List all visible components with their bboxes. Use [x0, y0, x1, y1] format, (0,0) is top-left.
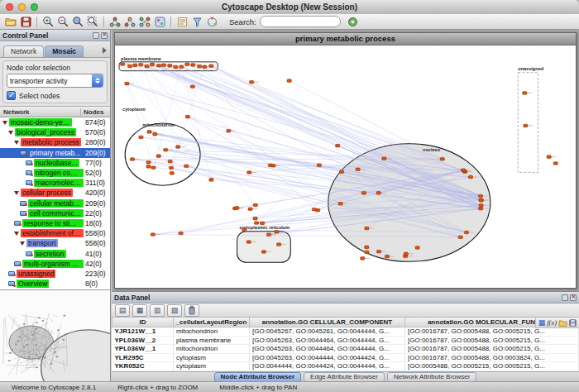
- filter-icon[interactable]: [189, 15, 204, 28]
- cell-go-mf[interactable]: [GO:0016787, GO:0005488, GO:0005215, G..…: [405, 336, 579, 345]
- tree-node-icon[interactable]: [14, 141, 19, 145]
- cell-id[interactable]: YDR039C__1: [112, 370, 174, 371]
- tree-row[interactable]: cellular metabo... 209(0): [0, 198, 110, 208]
- new-attribute-icon[interactable]: ▥: [150, 304, 165, 317]
- cell-region[interactable]: cytoplasm: [174, 362, 250, 371]
- tree-row[interactable]: nucleobase... 77(0): [0, 158, 110, 168]
- table-row[interactable]: YLR295C cytoplasm [GO:0045263, GO:004444…: [112, 353, 579, 362]
- close-panel-icon[interactable]: [570, 294, 577, 301]
- tree-row[interactable]: establishment of lo... 558(0): [0, 228, 110, 238]
- tree-row[interactable]: secretion 41(0): [0, 248, 110, 258]
- tree-node-icon[interactable]: [2, 121, 7, 125]
- cell-id[interactable]: YPL036W__2: [112, 336, 174, 345]
- network-window-title[interactable]: primary metabolic process: [115, 33, 576, 45]
- trash-icon[interactable]: [184, 304, 199, 317]
- new-network-icon[interactable]: [108, 15, 122, 28]
- cell-region[interactable]: cytoplasm: [174, 353, 250, 362]
- cell-go-cc[interactable]: [GO:0045263, GO:0044464, GO:0044444, G..…: [250, 345, 405, 354]
- tree-node-icon[interactable]: [20, 211, 26, 216]
- cell-region[interactable]: mitochondrion: [174, 345, 250, 354]
- float-panel-icon[interactable]: [93, 32, 99, 39]
- cell-go-cc[interactable]: [GO:0044444, GO:0044424, GO:0044444, G..…: [250, 362, 405, 371]
- tree-row[interactable]: biological_process 570(0): [0, 127, 110, 137]
- tree-row[interactable]: cellular process 420(0): [0, 188, 110, 198]
- cell-id[interactable]: YLR295C: [112, 353, 174, 362]
- annotation-icon[interactable]: [175, 15, 189, 28]
- tree-row[interactable]: transport 558(0): [0, 238, 110, 248]
- tree-node-icon[interactable]: [26, 160, 32, 165]
- tree-row[interactable]: primary metab... 209(0): [0, 148, 110, 158]
- network-view[interactable]: plasma membranecytoplasmmitochondrionnuc…: [115, 45, 576, 288]
- tab-network[interactable]: Network: [3, 45, 44, 57]
- cell-go-cc[interactable]: [GO:0045267, GO:0045261, GO:0044444, G..…: [250, 327, 405, 337]
- zoom-fit-icon[interactable]: [85, 15, 100, 28]
- tree-node-icon[interactable]: [14, 261, 21, 266]
- tree-row[interactable]: response to stimulus 18(0): [0, 218, 110, 228]
- cell-go-cc[interactable]: [GO:0045263, GO:0044464, GO:0044444, G..…: [250, 336, 405, 345]
- tree-row[interactable]: multi-organism pro... 42(0): [0, 259, 110, 269]
- cell-id[interactable]: YJR121W__1: [112, 327, 174, 337]
- cell-region[interactable]: mitochondrion: [174, 327, 250, 337]
- formula-icon[interactable]: f(x): [547, 318, 557, 327]
- cell-go-mf[interactable]: [GO:0016787, GO:0005488, GO:0003824, G..…: [405, 353, 579, 362]
- search-input[interactable]: [260, 16, 341, 27]
- tree-row[interactable]: cell communica... 22(0): [0, 208, 110, 218]
- table-row[interactable]: YPL036W__1 mitochondrion [GO:0045263, GO…: [112, 345, 579, 354]
- col-header-go-cc[interactable]: annotation.GO CELLULAR_COMPONENT: [250, 318, 405, 327]
- node-color-select[interactable]: transporter activity: [7, 74, 103, 88]
- tree-row[interactable]: mosaic-demo-yeast 874(0): [0, 117, 110, 127]
- table-row[interactable]: YDR039C__1 mitochondrion [GO:0044444, GO…: [112, 370, 579, 371]
- cell-go-cc[interactable]: [GO:0044444, GO:0044424, GO:0044444, G..…: [250, 370, 405, 371]
- cell-id[interactable]: YKR052C: [112, 362, 174, 371]
- tab-scroll-right-icon[interactable]: [103, 47, 107, 54]
- tree-node-icon[interactable]: [20, 241, 25, 246]
- table-row[interactable]: YJR121W__1 mitochondrion [GO:0045267, GO…: [112, 327, 579, 337]
- cell-region[interactable]: mitochondrion: [174, 370, 250, 371]
- delete-attribute-icon[interactable]: ▨: [167, 304, 182, 317]
- save-attributes-icon[interactable]: [569, 318, 577, 330]
- birdseye-view[interactable]: [0, 290, 110, 382]
- float-panel-icon[interactable]: [562, 294, 568, 301]
- layout-icon[interactable]: [204, 15, 219, 28]
- match-icon[interactable]: ▦: [538, 318, 546, 327]
- plugin-icon[interactable]: [346, 15, 361, 28]
- tree-row[interactable]: macromolecule... 311(0): [0, 178, 110, 188]
- tree-row[interactable]: Overview 8(0): [0, 279, 110, 289]
- zoom-in-icon[interactable]: [41, 15, 55, 28]
- tree-node-icon[interactable]: [20, 201, 26, 206]
- tab-mosaic[interactable]: Mosaic: [45, 45, 84, 57]
- zoom-out-icon[interactable]: [55, 15, 70, 28]
- cell-id[interactable]: YPL036W__1: [112, 345, 174, 354]
- vizmapper-icon[interactable]: [152, 15, 167, 28]
- tree-node-icon[interactable]: [14, 191, 19, 195]
- cell-go-mf[interactable]: [GO:0005488, GO:0005215, GO:0005215, G..…: [405, 362, 579, 371]
- tree-node-icon[interactable]: [26, 180, 32, 185]
- tree-row[interactable]: unassigned 223(0): [0, 269, 110, 279]
- tree-node-icon[interactable]: [20, 151, 26, 155]
- cell-go-mf[interactable]: [GO:0016787, GO:0005488, GO:0005215, G..…: [405, 370, 579, 371]
- tree-header-nodes[interactable]: Nodes: [81, 108, 110, 116]
- network-overview-icon[interactable]: [137, 15, 152, 28]
- cell-go-mf[interactable]: [GO:0016787, GO:0005488, GO:0005215, G..…: [405, 345, 579, 354]
- tree-header-network[interactable]: Network: [0, 108, 81, 116]
- col-header-id[interactable]: ID: [112, 318, 174, 327]
- cell-go-mf[interactable]: [GO:0016787, GO:0005488, GO:0005215, G..…: [405, 327, 579, 337]
- tree-node-icon[interactable]: [26, 170, 32, 175]
- attribute-select-icon[interactable]: ▤: [115, 304, 130, 317]
- import-network-icon[interactable]: [122, 15, 137, 28]
- tree-node-icon[interactable]: [14, 232, 19, 236]
- tree-row[interactable]: metabolic process 280(0): [0, 137, 110, 147]
- cell-region[interactable]: plasma membrane: [174, 336, 250, 345]
- zoom-selected-icon[interactable]: [70, 15, 85, 28]
- import-attributes-icon[interactable]: [558, 318, 567, 330]
- table-row[interactable]: YPL036W__2 plasma membrane [GO:0045263, …: [112, 336, 579, 345]
- tree-node-icon[interactable]: [26, 251, 32, 256]
- open-icon[interactable]: [3, 15, 18, 28]
- close-panel-icon[interactable]: [101, 32, 108, 39]
- col-header-region[interactable]: _cellularLayoutRegion: [174, 318, 250, 327]
- tree-node-icon[interactable]: [8, 281, 15, 286]
- tree-node-icon[interactable]: [8, 271, 15, 276]
- tree-row[interactable]: nitrogen compo... 52(0): [0, 168, 110, 178]
- network-canvas[interactable]: plasma membranecytoplasmmitochondrionnuc…: [115, 45, 576, 288]
- select-nodes-checkbox[interactable]: [7, 91, 16, 100]
